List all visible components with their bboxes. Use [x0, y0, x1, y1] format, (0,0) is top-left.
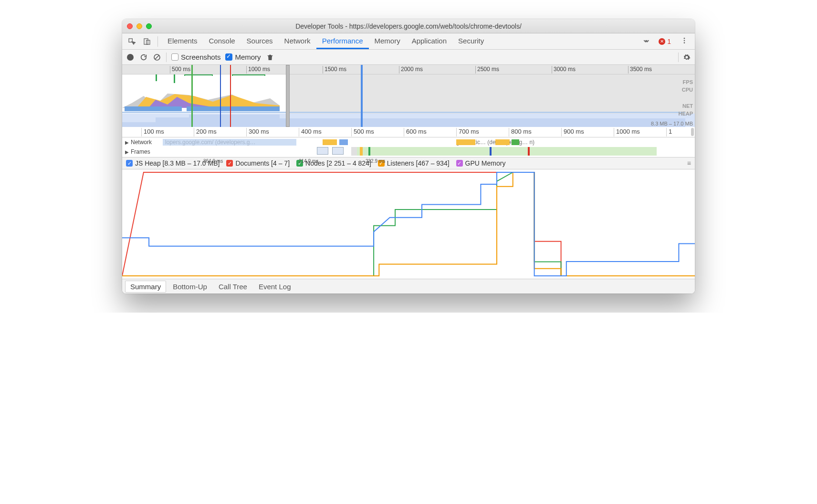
tab-performance[interactable]: Performance	[316, 34, 369, 49]
network-track-header[interactable]: ▶ Network lopers.google.com/ (developers…	[122, 137, 695, 147]
screenshots-label: Screenshots	[181, 53, 220, 61]
flamechart-tracks[interactable]: ▶ Network lopers.google.com/ (developers…	[122, 137, 695, 158]
capture-settings-gear-icon[interactable]	[682, 53, 691, 62]
memory-checkbox[interactable]: Memory	[225, 53, 261, 61]
details-tabs: Summary Bottom-Up Call Tree Event Log	[122, 279, 695, 294]
memory-label: Memory	[235, 53, 261, 61]
overview-timeline[interactable]: 500 ms 1000 ms 1500 ms 2000 ms 2500 ms 3…	[122, 65, 695, 127]
expand-triangle-icon[interactable]: ▶	[125, 149, 129, 155]
checkbox-icon	[126, 160, 133, 167]
error-icon: ✕	[659, 38, 665, 45]
record-button[interactable]	[126, 53, 135, 62]
cpu-chart	[122, 91, 280, 108]
tab-call-tree[interactable]: Call Tree	[214, 281, 252, 292]
screenshots-checkbox[interactable]: Screenshots	[171, 53, 220, 61]
tab-network[interactable]: Network	[279, 34, 316, 49]
svg-point-5	[684, 42, 685, 43]
tab-console[interactable]: Console	[203, 34, 241, 49]
tab-memory[interactable]: Memory	[369, 34, 406, 49]
svg-point-4	[684, 40, 685, 41]
devtools-tabbar: Elements Console Sources Network Perform…	[122, 33, 695, 50]
error-count: 1	[667, 38, 671, 45]
frames-strip	[351, 147, 657, 156]
devtools-window: Developer Tools - https://developers.goo…	[122, 19, 695, 294]
device-toolbar-icon[interactable]	[140, 36, 154, 47]
detail-ruler[interactable]: 100 ms 200 ms 300 ms 400 ms 500 ms 600 m…	[122, 127, 695, 137]
memory-chart[interactable]	[122, 169, 695, 279]
expand-triangle-icon[interactable]: ▶	[125, 140, 129, 145]
legend-menu-icon[interactable]: ≡	[687, 159, 691, 167]
legend-documents[interactable]: Documents [4 – 7]	[226, 159, 290, 167]
overview-ruler: 500 ms 1000 ms 1500 ms 2000 ms 2500 ms 3…	[122, 65, 695, 74]
garbage-collect-button[interactable]	[266, 53, 274, 62]
tab-application[interactable]: Application	[406, 34, 452, 49]
tab-summary[interactable]: Summary	[125, 281, 166, 293]
checkbox-icon	[225, 53, 232, 61]
window-titlebar: Developer Tools - https://developers.goo…	[122, 19, 695, 33]
checkbox-icon	[171, 53, 178, 61]
scrollbar[interactable]	[691, 128, 694, 136]
reload-record-button[interactable]	[139, 53, 148, 62]
window-title: Developer Tools - https://developers.goo…	[122, 22, 695, 30]
selection-handle[interactable]	[286, 65, 290, 127]
heap-range-label: 8.3 MB – 17.0 MB	[651, 121, 693, 126]
tab-bottom-up[interactable]: Bottom-Up	[168, 281, 212, 292]
more-tabs-chevron-icon[interactable]	[639, 36, 653, 47]
panel-tabs: Elements Console Sources Network Perform…	[162, 34, 638, 49]
tab-event-log[interactable]: Event Log	[254, 281, 296, 292]
inspect-element-icon[interactable]	[125, 36, 138, 47]
legend-gpu[interactable]: GPU Memory	[456, 159, 506, 167]
clear-button[interactable]	[153, 53, 161, 62]
svg-point-3	[684, 38, 685, 39]
svg-rect-7	[267, 55, 272, 56]
overview-section-labels: FPS CPU NET HEAP	[678, 78, 693, 117]
kebab-menu-icon[interactable]	[677, 35, 692, 48]
tab-security[interactable]: Security	[452, 34, 490, 49]
tab-elements[interactable]: Elements	[162, 34, 203, 49]
legend-listeners[interactable]: Listeners [467 – 934]	[378, 159, 450, 167]
checkbox-icon	[456, 160, 463, 167]
checkbox-icon	[226, 160, 233, 167]
tab-sources[interactable]: Sources	[241, 34, 279, 49]
performance-toolbar: Screenshots Memory	[122, 50, 695, 65]
error-count-badge[interactable]: ✕ 1	[655, 38, 675, 45]
